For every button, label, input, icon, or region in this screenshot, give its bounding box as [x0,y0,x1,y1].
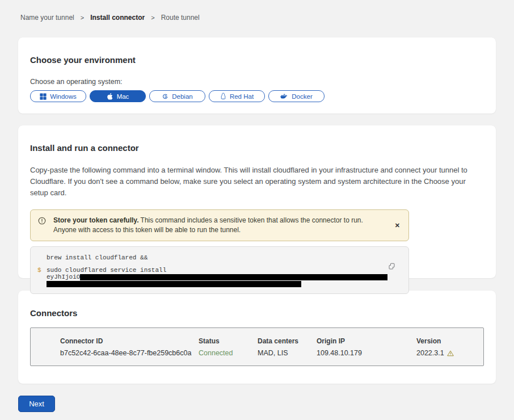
close-icon[interactable]: ✕ [393,220,402,232]
install-description: Copy-paste the following command into a … [30,165,484,199]
os-button-debian[interactable]: Debian [149,90,205,102]
token-prefix: eyJhIjoiO [47,274,80,281]
os-button-label: Mac [117,93,129,100]
next-button[interactable]: Next [18,396,55,412]
token-warning-banner: Store your token carefully. This command… [30,209,409,241]
windows-icon [40,93,47,100]
os-button-windows[interactable]: Windows [30,90,86,102]
os-button-docker[interactable]: Docker [268,90,325,102]
tunnel-setup-page: Name your tunnel > Install connector > R… [0,0,514,412]
apple-icon [107,93,113,100]
column-header-version: Version [416,337,478,345]
breadcrumb-install-connector[interactable]: Install connector [90,14,145,22]
warning-triangle-icon [447,350,454,356]
os-button-group: Windows Mac Debian [30,90,484,102]
redacted-token-bar [80,274,387,280]
environment-card-title: Choose your environment [30,55,484,65]
redhat-penguin-icon [220,93,226,100]
docker-whale-icon [280,93,288,99]
connectors-card: Connectors Connector ID Status Data cent… [18,291,496,384]
status-badge: Connected [199,349,258,357]
connector-id-value: b7c52c42-6caa-48ee-8c77-fbe259cb6c0a [60,349,199,357]
warning-bold-text: Store your token carefully. [53,216,139,224]
alert-circle-icon [38,217,46,228]
install-connector-card: Install and run a connector Copy-paste t… [18,125,496,278]
code-line-brew: brew install cloudflared && [47,254,148,262]
column-header-data-centers: Data centers [258,337,317,345]
breadcrumb-route-tunnel[interactable]: Route tunnel [161,14,200,22]
debian-icon [162,93,168,100]
code-gutter [31,254,47,262]
os-button-mac[interactable]: Mac [90,90,146,102]
os-button-label: Red Hat [230,93,254,100]
column-header-connector-id: Connector ID [60,337,199,345]
breadcrumb-separator: > [151,14,154,21]
origin-ip-value: 109.48.10.179 [317,349,416,357]
data-centers-value: MAD, LIS [258,349,317,357]
os-button-label: Windows [50,93,77,100]
copy-icon[interactable] [387,262,397,273]
breadcrumb: Name your tunnel > Install connector > R… [18,0,496,22]
version-value: 2022.3.1 [416,349,478,357]
os-select-label: Choose an operating system: [30,78,484,86]
version-number: 2022.3.1 [416,349,444,357]
os-button-red-hat[interactable]: Red Hat [209,90,265,102]
redacted-token-bar [47,281,301,287]
install-command-code-block: brew install cloudflared && $ sudo cloud… [30,246,409,294]
os-button-label: Debian [172,93,192,100]
os-button-label: Docker [292,93,312,100]
connectors-card-title: Connectors [30,308,484,318]
install-card-title: Install and run a connector [30,143,484,153]
connectors-table: Connector ID Status Data centers Origin … [30,327,484,366]
column-header-status: Status [199,337,258,345]
column-header-origin-ip: Origin IP [317,337,416,345]
choose-environment-card: Choose your environment Choose an operat… [18,37,496,114]
breadcrumb-separator: > [81,14,84,21]
shell-prompt: $ [31,267,47,274]
breadcrumb-name-your-tunnel[interactable]: Name your tunnel [20,14,74,22]
